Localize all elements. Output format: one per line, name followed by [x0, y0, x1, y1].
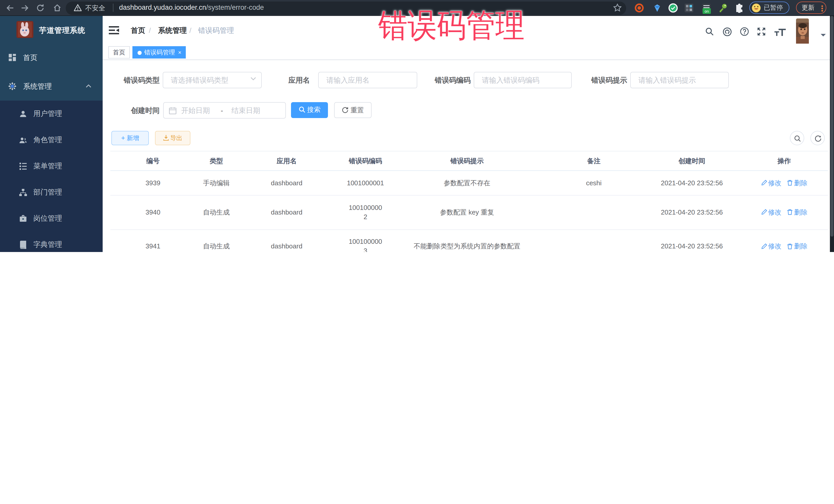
- svg-text:on: on: [705, 9, 709, 13]
